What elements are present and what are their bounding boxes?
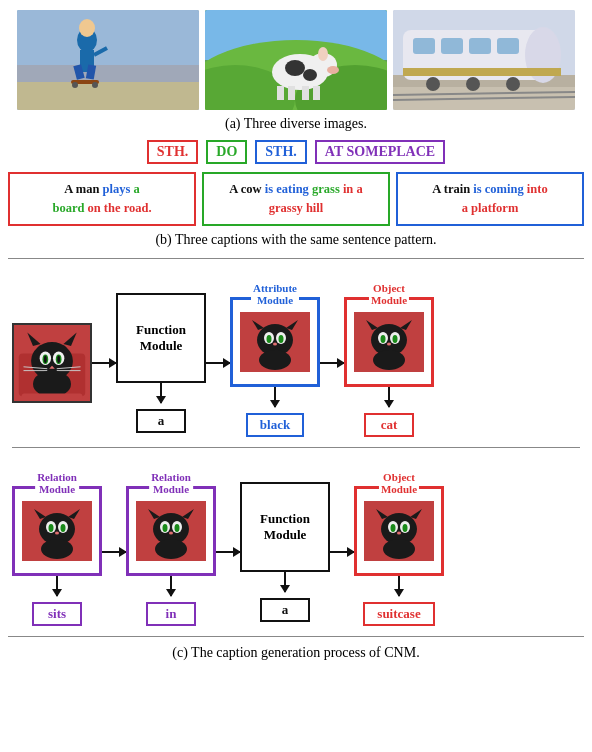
arrow-down-func1: [160, 383, 162, 403]
attr-module-wrapper: AttributeModule: [230, 297, 320, 437]
arrow-rel2-to-func2: [216, 551, 240, 553]
rel-module-1-img: [22, 501, 92, 561]
attr-module-img: [240, 312, 310, 372]
label-suitcase: suitcase: [363, 602, 434, 626]
tag-sth1: STH.: [147, 140, 199, 164]
svg-point-54: [44, 355, 47, 363]
svg-point-27: [327, 66, 339, 74]
rel-module-1-title: RelationModule: [35, 471, 79, 495]
svg-point-89: [49, 524, 54, 532]
svg-rect-38: [403, 68, 561, 76]
svg-point-70: [279, 335, 284, 343]
svg-rect-35: [441, 38, 463, 54]
svg-point-102: [155, 539, 187, 559]
svg-point-10: [72, 82, 78, 88]
caption1-road: on the road.: [88, 201, 152, 215]
arrow-down-obj2: [398, 576, 400, 596]
object-module-2: ObjectModule: [354, 486, 444, 576]
arrow-down-rel1: [56, 576, 58, 596]
svg-rect-36: [469, 38, 491, 54]
svg-point-101: [169, 531, 173, 534]
svg-point-25: [285, 60, 305, 76]
rel-module-2-img: [136, 501, 206, 561]
svg-point-81: [387, 342, 391, 345]
svg-point-61: [33, 370, 71, 397]
caption-a: (a) Three diverse images.: [225, 116, 367, 132]
relation-module-2: RelationModule: [126, 486, 216, 576]
svg-point-109: [391, 524, 396, 532]
obj-module-1-title: ObjectModule: [369, 282, 409, 306]
label-sits: sits: [32, 602, 82, 626]
svg-point-111: [397, 531, 401, 534]
tag-at-someplace: AT SOMEPLACE: [315, 140, 445, 164]
svg-point-80: [393, 335, 398, 343]
caption1-plays: plays: [103, 182, 131, 196]
function-module-wrapper-2: FunctionModule a: [240, 482, 330, 622]
rel-module-wrapper-1: RelationModule: [12, 486, 102, 626]
arrow-func2-to-obj2: [330, 551, 354, 553]
function-module-1: FunctionModule: [116, 293, 206, 383]
function-module-2-label: FunctionModule: [260, 511, 310, 543]
caption3-coming: is coming: [473, 182, 523, 196]
svg-rect-37: [497, 38, 519, 54]
caption-b: (b) Three captions with the same sentenc…: [155, 232, 436, 248]
label-a-1: a: [136, 409, 186, 433]
svg-point-99: [163, 524, 168, 532]
svg-rect-22: [288, 86, 295, 100]
caption-box-1: A man plays aboard on the road.: [8, 172, 196, 226]
svg-point-69: [267, 335, 272, 343]
obj-module-wrapper-1: ObjectModule: [344, 297, 434, 437]
captions-row: A man plays aboard on the road. A cow is…: [8, 172, 584, 226]
svg-point-55: [57, 355, 60, 363]
arrow-func-to-attr: [206, 362, 230, 364]
label-cat: cat: [364, 413, 414, 437]
svg-point-100: [175, 524, 180, 532]
obj-module-2-img: [364, 501, 434, 561]
svg-point-82: [373, 350, 405, 370]
svg-rect-3: [17, 10, 199, 65]
svg-rect-34: [413, 38, 435, 54]
svg-rect-23: [302, 86, 309, 100]
svg-point-79: [381, 335, 386, 343]
function-module-1-label: FunctionModule: [136, 322, 186, 354]
svg-rect-62: [22, 393, 83, 401]
caption1-man: A man: [64, 182, 99, 196]
attribute-module: AttributeModule: [230, 297, 320, 387]
function-module-wrapper-1: FunctionModule a: [116, 293, 206, 433]
caption2-eating: is eating: [265, 182, 309, 196]
arrow-cat-to-func: [92, 362, 116, 364]
obj-module-2-title: ObjectModule: [379, 471, 419, 495]
caption3-train: A train: [432, 182, 470, 196]
arrow-down-obj1: [388, 387, 390, 407]
caption-box-3: A train is coming intoa platform: [396, 172, 584, 226]
svg-point-110: [403, 524, 408, 532]
label-black: black: [246, 413, 304, 437]
arrow-down-attr: [274, 387, 276, 407]
svg-point-41: [506, 77, 520, 91]
svg-point-92: [41, 539, 73, 559]
tag-do: DO: [206, 140, 247, 164]
svg-rect-24: [313, 86, 320, 100]
svg-point-90: [61, 524, 66, 532]
attr-module-title: AttributeModule: [251, 282, 299, 306]
svg-point-39: [426, 77, 440, 91]
diagram-row2: RelationModule: [12, 448, 580, 626]
obj-module-wrapper-2: ObjectModule: [354, 486, 444, 626]
arrow-attr-to-obj: [320, 362, 344, 364]
arrow-down-rel2: [170, 576, 172, 596]
obj-module-img: [354, 312, 424, 372]
svg-point-28: [318, 47, 328, 61]
arrow-down-func2: [284, 572, 286, 592]
svg-point-112: [383, 539, 415, 559]
svg-point-71: [273, 342, 277, 345]
svg-rect-4: [17, 82, 199, 110]
svg-point-91: [55, 531, 59, 534]
svg-point-12: [79, 19, 95, 37]
svg-point-26: [303, 69, 317, 81]
label-in: in: [146, 602, 196, 626]
cat-image-col: [12, 303, 92, 403]
diagram-row1: FunctionModule a AttributeModule: [12, 269, 580, 448]
svg-point-40: [466, 77, 480, 91]
rel-module-wrapper-2: RelationModule: [126, 486, 216, 626]
cat-photo: [12, 323, 92, 403]
